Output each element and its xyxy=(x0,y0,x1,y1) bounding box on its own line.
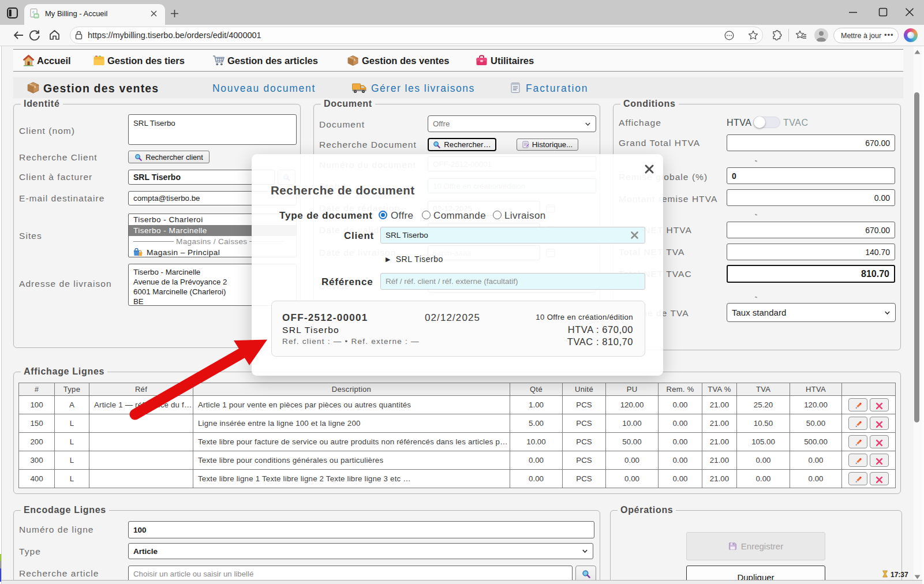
svg-text:c: c xyxy=(32,10,35,14)
